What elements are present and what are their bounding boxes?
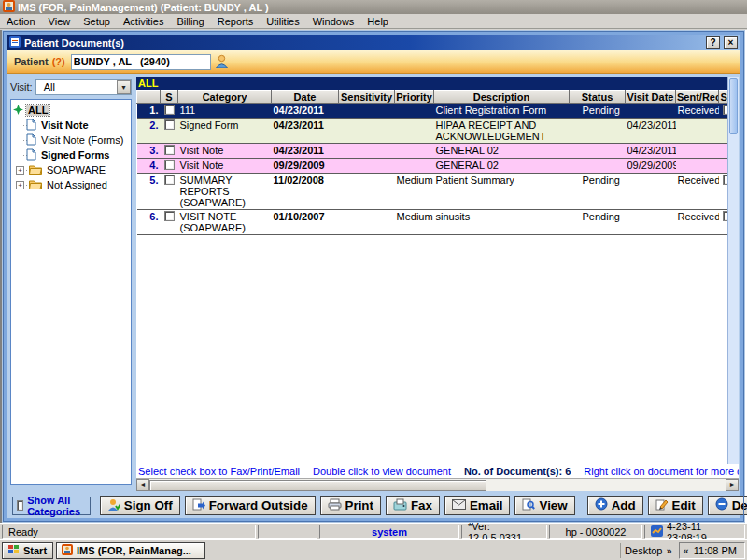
cell-vdate xyxy=(626,210,676,235)
menu-item-activities[interactable]: Activities xyxy=(117,15,170,28)
cell-cat: Visit Note xyxy=(178,159,272,174)
cell-cat: Visit Note xyxy=(178,144,272,159)
cell-s[interactable] xyxy=(161,210,178,235)
menu-item-setup[interactable]: Setup xyxy=(77,15,117,28)
status-version: *Ver: 12.0.5.0331 xyxy=(461,525,547,539)
column-header-description[interactable]: Description xyxy=(434,91,570,104)
app-window: IMS (FOR, PainManagement) (Patient: BUND… xyxy=(0,0,747,29)
menu-item-view[interactable]: View xyxy=(42,15,78,28)
patient-person-icon[interactable] xyxy=(215,54,229,70)
column-header-s[interactable]: S xyxy=(161,91,178,104)
visit-filter-row: Visit: All ▼ xyxy=(10,77,132,96)
tree-item-soapware[interactable]: +SOAPWARE xyxy=(13,162,129,177)
column-header-visit-date[interactable]: Visit Date xyxy=(626,91,676,104)
menu-item-help[interactable]: Help xyxy=(360,15,395,28)
row-checkbox[interactable] xyxy=(164,105,175,115)
edit-button[interactable]: Edit xyxy=(648,496,703,515)
status-blank xyxy=(258,525,317,539)
table-row[interactable]: 2.Signed Form04/23/2011HIPAA RECEIPT AND… xyxy=(137,119,738,144)
toolbar-chevron-icon[interactable]: » xyxy=(666,545,671,556)
table-row[interactable]: 4.Visit Note09/29/2009GENERAL 0209/29/20… xyxy=(137,159,738,174)
menu-item-utilities[interactable]: Utilities xyxy=(260,15,305,28)
quick-launch-desktop[interactable]: Desktop » xyxy=(620,543,675,558)
horizontal-scrollbar-thumb[interactable] xyxy=(149,480,486,491)
cell-num: 6. xyxy=(137,210,161,235)
column-header-sensitivity[interactable]: Sensitivity xyxy=(339,91,395,104)
patient-input[interactable] xyxy=(71,54,211,70)
menu-item-billing[interactable]: Billing xyxy=(170,15,210,28)
scroll-right-icon[interactable]: ► xyxy=(726,479,739,491)
column-header-date[interactable]: Date xyxy=(272,91,339,104)
cell-sent xyxy=(676,159,719,174)
table-row[interactable]: 3.Visit Note04/23/2011GENERAL 0204/23/20… xyxy=(137,144,738,159)
start-button[interactable]: Start xyxy=(2,542,53,559)
row-checkbox[interactable] xyxy=(164,145,175,155)
tray-collapse-icon[interactable]: « xyxy=(684,545,689,556)
tree-item-not-assigned[interactable]: +Not Assigned xyxy=(13,177,129,192)
tree-item-visit-note[interactable]: Visit Note xyxy=(13,118,129,133)
show-all-categories-checkbox[interactable] xyxy=(17,500,23,511)
tree-item-signed-forms[interactable]: Signed Forms xyxy=(13,147,129,162)
cell-sens xyxy=(339,159,395,174)
taskbar-app-button[interactable]: IMS (FOR, PainManag... xyxy=(56,542,205,559)
table-row[interactable]: 1.11104/23/2011Client Registration FormP… xyxy=(137,104,738,119)
vertical-scrollbar[interactable] xyxy=(727,77,739,464)
visit-dropdown[interactable]: All ▼ xyxy=(35,79,132,95)
row-checkbox[interactable] xyxy=(164,175,175,185)
row-checkbox[interactable] xyxy=(164,119,175,130)
cell-desc: Patient Summary xyxy=(434,174,570,210)
menu-item-windows[interactable]: Windows xyxy=(306,15,361,28)
cell-s[interactable] xyxy=(161,119,178,144)
column-header-category[interactable]: Category xyxy=(178,91,272,104)
cell-s[interactable] xyxy=(161,144,178,159)
dialog-close-button[interactable]: × xyxy=(724,36,738,49)
print-button[interactable]: Print xyxy=(320,496,381,515)
cell-cat: SUMMARY REPORTS (SOAPWARE) xyxy=(178,174,272,210)
tree-item-label: Visit Note (Forms) xyxy=(39,134,125,146)
cell-sent xyxy=(676,144,719,159)
show-all-categories[interactable]: Show All Categories xyxy=(12,497,91,515)
cell-status: Pending xyxy=(570,174,626,210)
dialog-main: Visit: All ▼ ALLVisit NoteVisit Note (Fo… xyxy=(7,74,740,493)
cell-s[interactable] xyxy=(161,104,178,119)
app-titlebar[interactable]: IMS (FOR, PainManagement) (Patient: BUND… xyxy=(0,0,747,14)
taskbar-app-label: IMS (FOR, PainManag... xyxy=(77,545,191,556)
tree-expander-icon[interactable]: + xyxy=(16,166,24,175)
dialog-titlebar[interactable]: Patient Document(s) ? × xyxy=(7,35,740,50)
scroll-left-icon[interactable]: ◄ xyxy=(136,479,149,491)
delete-button[interactable]: Delete xyxy=(708,496,747,515)
view-button[interactable]: View xyxy=(514,496,574,515)
tree-item-label: Visit Note xyxy=(39,119,91,131)
cell-s[interactable] xyxy=(161,174,178,210)
patient-help-mark[interactable]: (?) xyxy=(52,56,65,67)
add-button[interactable]: Add xyxy=(587,496,643,515)
tree-item-visit-note-forms-[interactable]: Visit Note (Forms) xyxy=(13,133,129,147)
column-header-status[interactable]: Status xyxy=(570,91,626,104)
cell-date: 11/02/2008 xyxy=(272,174,339,210)
forward-outside-button[interactable]: Forward Outside xyxy=(185,496,316,515)
sign-off-icon xyxy=(107,498,120,513)
column-header-priority[interactable]: Priority xyxy=(395,91,434,104)
cell-s[interactable] xyxy=(161,159,178,174)
menu-item-reports[interactable]: Reports xyxy=(211,15,261,28)
table-row[interactable]: 6.VISIT NOTE (SOAPWARE)01/10/2007Mediums… xyxy=(137,210,738,235)
dropdown-arrow-icon[interactable]: ▼ xyxy=(117,80,131,94)
dialog-title: Patient Document(s) xyxy=(24,37,702,49)
status-bar: Ready system *Ver: 12.0.5.0331 hp - 0030… xyxy=(0,523,747,539)
document-icon xyxy=(26,119,36,133)
row-checkbox[interactable] xyxy=(164,160,175,170)
column-header-sent-rec[interactable]: Sent/Rec xyxy=(676,91,719,104)
vertical-scrollbar-thumb[interactable] xyxy=(729,78,738,134)
column-header-num[interactable] xyxy=(137,91,161,104)
row-checkbox[interactable] xyxy=(164,211,175,221)
tree-item-all[interactable]: ALL xyxy=(13,103,129,118)
menu-item-action[interactable]: Action xyxy=(0,15,42,28)
fax-button[interactable]: Fax xyxy=(386,496,440,515)
cell-pri: Medium xyxy=(395,174,434,210)
sign-off-button[interactable]: Sign Off xyxy=(100,496,180,515)
horizontal-scrollbar[interactable]: ◄ ► xyxy=(136,478,739,491)
dialog-help-button[interactable]: ? xyxy=(706,36,720,49)
email-button[interactable]: Email xyxy=(444,496,511,515)
tree-expander-icon[interactable]: + xyxy=(16,181,24,189)
table-row[interactable]: 5.SUMMARY REPORTS (SOAPWARE)11/02/2008Me… xyxy=(137,174,738,210)
